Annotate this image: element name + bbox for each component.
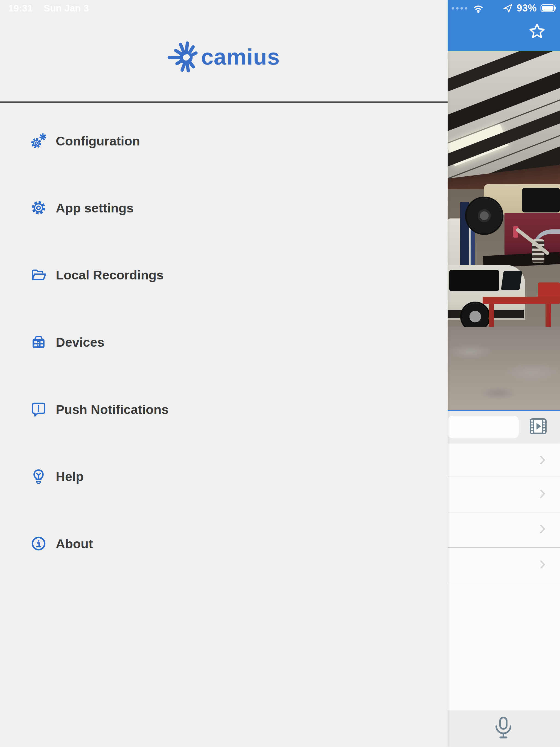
red-work-table — [483, 297, 560, 304]
main-content-panel: 93% — [447, 0, 560, 747]
chevron-right-icon: › — [539, 553, 546, 573]
divider — [0, 101, 448, 103]
status-date: Sun Jan 3 — [44, 3, 89, 14]
do-not-disturb-moon-icon — [488, 3, 499, 14]
menu-item-help[interactable]: Help — [0, 461, 448, 492]
menu-label: Devices — [56, 335, 104, 350]
chevron-right-icon: › — [539, 482, 546, 502]
chevron-right-icon: › — [539, 517, 546, 538]
alert-bubble-icon — [31, 402, 47, 417]
menu-item-push-notifications[interactable]: Push Notifications — [0, 394, 448, 424]
chevron-right-icon: › — [539, 448, 546, 469]
info-circle-icon — [31, 536, 47, 551]
clock-time: 19:31 — [8, 3, 33, 14]
camera-live-view[interactable] — [447, 51, 560, 411]
menu-label: Help — [56, 469, 84, 484]
menu-item-about[interactable]: About — [0, 528, 448, 559]
menu-item-configuration[interactable]: Configuration — [0, 126, 448, 156]
app-header: 93% — [447, 0, 560, 51]
camius-logo: camius — [0, 35, 448, 79]
light-bulb-icon — [31, 468, 47, 484]
menu-label: Local Recordings — [56, 267, 163, 282]
menu-item-app-settings[interactable]: App settings — [0, 192, 448, 223]
search-input[interactable] — [448, 416, 519, 438]
battery-icon — [540, 4, 557, 12]
status-bar-left: 19:31 Sun Jan 3 — [8, 2, 89, 14]
status-bar-right: 93% — [452, 2, 557, 14]
camius-starburst-icon — [168, 40, 200, 74]
location-arrow-icon — [503, 3, 513, 14]
menu-item-local-recordings[interactable]: Local Recordings — [0, 259, 448, 290]
menu-label: Configuration — [56, 133, 140, 149]
menu-item-devices[interactable]: Devices — [0, 327, 448, 357]
list-item[interactable]: › — [447, 443, 560, 476]
concrete-floor — [448, 327, 560, 410]
microphone-icon[interactable] — [493, 716, 514, 741]
recorder-device-icon — [31, 334, 47, 350]
channel-list: › › › › — [447, 443, 560, 711]
row-divider — [447, 583, 560, 583]
side-menu-drawer: camius Configuration — [0, 0, 448, 747]
menu-label: About — [56, 536, 93, 551]
list-item[interactable]: › — [447, 512, 560, 545]
open-folder-icon — [31, 267, 47, 283]
bottom-toolbar — [447, 711, 560, 747]
menu-label: App settings — [56, 200, 134, 215]
menu-label: Push Notifications — [56, 402, 169, 417]
list-item[interactable]: › — [447, 477, 560, 510]
gear-icon — [31, 200, 47, 216]
film-clip-icon[interactable] — [529, 418, 547, 435]
camius-app-screen: 93% — [0, 0, 560, 747]
wifi-icon — [472, 3, 485, 14]
favorite-star-icon[interactable] — [528, 22, 546, 40]
gears-icon — [31, 133, 47, 149]
battery-percent: 93% — [516, 2, 537, 14]
logo-wordmark: camius — [201, 44, 280, 70]
cellular-signal-icon — [452, 7, 467, 9]
list-item[interactable]: › — [447, 548, 560, 581]
